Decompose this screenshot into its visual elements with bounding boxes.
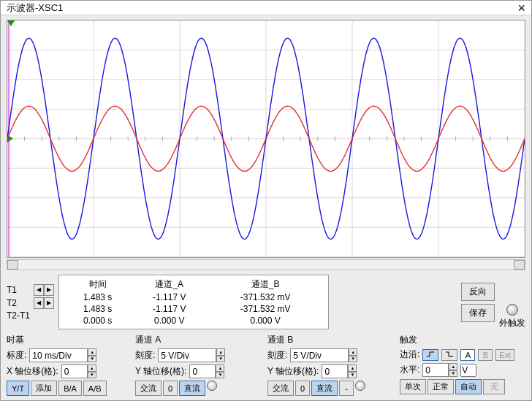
timebase-scale-down[interactable]: ▼ [88, 356, 96, 363]
measurement-table: 时间 通道_A 通道_B 1.483 s -1.117 V -371.532 m… [58, 275, 329, 329]
ext-trigger-label: 外触发 [499, 317, 525, 329]
trigger-none-button[interactable]: 无 [483, 379, 505, 394]
chb-yoffset-input[interactable] [322, 364, 348, 378]
cha-yoffset-input[interactable] [189, 364, 216, 378]
chb-yoffset-down[interactable]: ▼ [348, 372, 357, 379]
trigger-edge-label: 边沿: [400, 348, 419, 361]
trigger-src-ext-button[interactable]: Ext [495, 349, 514, 361]
trigger-edge-fall-button[interactable] [441, 349, 457, 361]
channel-b-title: 通道 B [267, 334, 395, 346]
trigger-src-b-button[interactable]: B [478, 349, 493, 361]
chb-scale-input[interactable] [290, 348, 349, 362]
cha-dc-button[interactable]: 直流 [179, 381, 205, 396]
table-row: 0.000 s 0.000 V 0.000 V [65, 316, 322, 326]
save-button[interactable]: 保存 [461, 304, 495, 322]
timebase-title: 时基 [7, 334, 131, 346]
meas-header-chb: 通道_B [208, 278, 322, 291]
t2-right-button[interactable]: ▶ [44, 297, 54, 309]
chb-scale-up[interactable]: ▲ [349, 348, 357, 356]
t1-right-button[interactable]: ▶ [44, 284, 54, 296]
reverse-button[interactable]: 反向 [461, 283, 495, 301]
trigger-level-label: 水平: [400, 364, 419, 376]
meas-header-cha: 通道_A [132, 278, 207, 291]
chb-minus-button[interactable]: - [339, 381, 354, 396]
trigger-src-a-button[interactable]: A [460, 349, 475, 361]
cha-ac-button[interactable]: 交流 [135, 381, 162, 396]
close-icon[interactable]: × [517, 1, 525, 15]
trigger-edge-rise-button[interactable] [422, 349, 438, 361]
mode-ab-button[interactable]: A/B [83, 381, 107, 396]
cursor-t2-label: T2 [7, 298, 31, 308]
cha-scale-input[interactable] [158, 348, 216, 362]
cursor-t1-label: T1 [7, 285, 31, 295]
table-row: 1.483 s -1.117 V -371.532 mV [65, 304, 322, 314]
timebase-scale-input[interactable] [29, 348, 88, 362]
chb-dc-button[interactable]: 直流 [311, 381, 338, 396]
trigger-auto-button[interactable]: 自动 [455, 379, 482, 394]
cha-input-port[interactable] [207, 381, 217, 391]
trigger-single-button[interactable]: 单次 [400, 379, 426, 394]
cha-scale-down[interactable]: ▼ [216, 356, 225, 363]
trigger-level-input[interactable] [422, 363, 449, 377]
mode-add-button[interactable]: 添加 [31, 381, 57, 396]
timebase-scale-up[interactable]: ▲ [88, 348, 96, 356]
cursor-controls: T1 ◀▶ T2 ◀▶ T2-T1 [7, 275, 54, 329]
oscilloscope-screen[interactable] [7, 20, 525, 258]
timebase-xoffset-down[interactable]: ▼ [88, 372, 96, 379]
timebase-xoffset-input[interactable] [61, 364, 88, 378]
cha-zero-button[interactable]: 0 [163, 381, 178, 396]
svg-marker-46 [7, 20, 15, 26]
chb-scale-down[interactable]: ▼ [349, 356, 357, 363]
trigger-level-up[interactable]: ▲ [449, 363, 457, 370]
chb-ac-button[interactable]: 交流 [267, 381, 294, 396]
chb-yoffset-up[interactable]: ▲ [348, 364, 357, 372]
trigger-normal-button[interactable]: 正常 [428, 379, 454, 394]
mode-ba-button[interactable]: B/A [58, 381, 82, 396]
chb-scale-label: 刻度: [267, 349, 287, 362]
t2-left-button[interactable]: ◀ [34, 297, 44, 309]
chb-input-port[interactable] [355, 381, 365, 391]
cha-yoffset-up[interactable]: ▲ [216, 364, 224, 372]
trigger-level-unit[interactable] [460, 364, 476, 377]
time-scrollbar[interactable] [7, 259, 525, 270]
mode-yt-button[interactable]: Y/T [7, 381, 29, 396]
cha-yoffset-down[interactable]: ▼ [216, 372, 224, 379]
trigger-level-down[interactable]: ▼ [449, 370, 457, 378]
window-title: 示波器-XSC1 [7, 1, 63, 15]
cha-yoffset-label: Y 轴位移(格): [135, 365, 186, 378]
timebase-xoffset-label: X 轴位移(格): [7, 365, 58, 378]
timebase-xoffset-up[interactable]: ▲ [88, 364, 96, 372]
channel-a-title: 通道 A [135, 334, 263, 346]
cursor-diff-label: T2-T1 [7, 310, 31, 321]
table-row: 1.483 s -1.117 V -371.532 mV [65, 292, 322, 302]
chb-zero-button[interactable]: 0 [295, 381, 310, 396]
trigger-title: 触发 [400, 334, 525, 346]
cha-scale-label: 刻度: [135, 349, 155, 362]
cha-scale-up[interactable]: ▲ [216, 348, 225, 356]
meas-header-time: 时间 [65, 278, 130, 291]
t1-left-button[interactable]: ◀ [34, 284, 44, 296]
ext-trigger-port[interactable] [506, 304, 518, 316]
chb-yoffset-label: Y 轴位移(格): [267, 365, 319, 378]
timebase-scale-label: 标度: [7, 349, 26, 362]
